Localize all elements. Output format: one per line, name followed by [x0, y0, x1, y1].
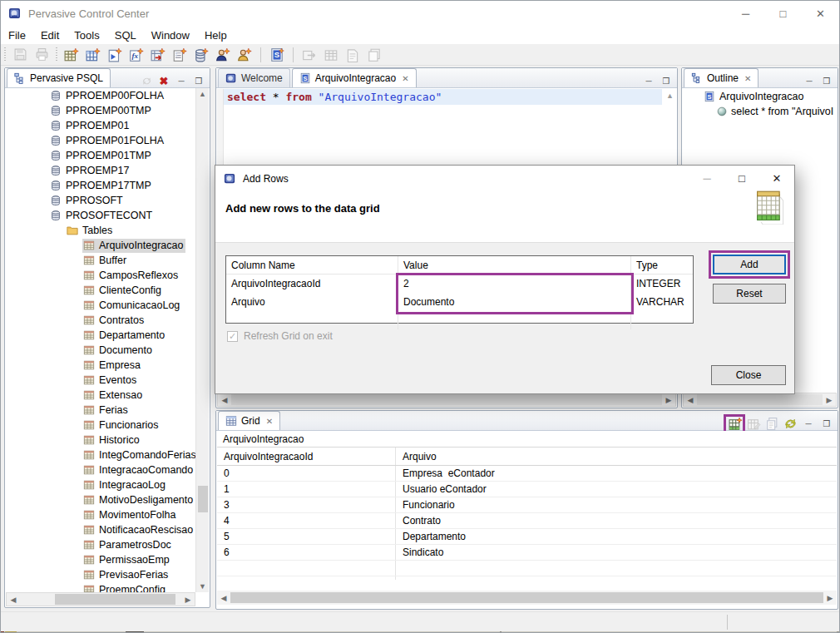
print-icon[interactable] — [31, 45, 52, 65]
new-function-icon[interactable]: fx — [126, 45, 147, 65]
tree-item-table[interactable]: IntegracaoLog — [6, 477, 195, 492]
tree-item-tables-folder[interactable]: Tables — [6, 223, 195, 238]
save-icon[interactable] — [9, 45, 31, 65]
scroll-up-arrow[interactable]: ▲ — [666, 91, 674, 100]
tree-item-database[interactable]: PPROEMP01TMP — [6, 148, 195, 163]
grid-row[interactable]: 5 Departamento — [217, 529, 837, 545]
scroll-thumb[interactable] — [55, 594, 175, 605]
checkbox-checked-disabled[interactable]: ✓ — [227, 331, 238, 342]
tab-welcome[interactable]: Welcome — [218, 68, 290, 87]
maximize-panel-icon[interactable]: ❒ — [191, 74, 206, 87]
grid-cell[interactable]: 3 — [217, 499, 395, 511]
tree-item-table[interactable]: MovimentoFolha — [6, 507, 195, 522]
dialog-minimize-icon[interactable]: ─ — [689, 166, 724, 191]
scroll-thumb[interactable] — [697, 394, 823, 405]
tree-item-table[interactable]: Contratos — [6, 313, 195, 328]
scroll-up-arrow[interactable]: ▲ — [196, 90, 209, 98]
grid-header-cell[interactable]: Arquivo — [395, 448, 837, 465]
explorer-horizontal-scrollbar[interactable]: ◀ ▶ — [6, 592, 195, 606]
grid-cell[interactable]: Departamento — [395, 529, 837, 544]
menu-item[interactable]: File — [1, 27, 33, 44]
maximize-icon[interactable]: □ — [764, 1, 802, 26]
outline-child-item[interactable]: select * from "ArquivoI — [683, 104, 837, 119]
scroll-thumb[interactable] — [198, 486, 208, 512]
scroll-right-arrow[interactable]: ▶ — [662, 396, 675, 404]
tree-item-database[interactable]: PPROEMP01FOLHA — [6, 133, 195, 148]
dialog-maximize-icon[interactable]: □ — [724, 166, 759, 191]
maximize-panel-icon[interactable]: ❒ — [819, 417, 834, 430]
outline-root-item[interactable]: S ArquivoIntegracao — [683, 89, 837, 104]
close-tab-icon[interactable]: ✕ — [402, 74, 408, 83]
menu-item[interactable]: Window — [144, 27, 197, 44]
new-index-icon[interactable] — [169, 45, 190, 65]
scroll-thumb[interactable] — [231, 394, 662, 405]
grid-row[interactable]: 3 Funcionario — [217, 497, 837, 513]
grid-cell[interactable]: Contrato — [395, 513, 837, 528]
explorer-vertical-scrollbar[interactable]: ▲ ▼ — [195, 88, 209, 592]
close-tab-icon[interactable]: ✕ — [744, 74, 751, 83]
tree-item-table[interactable]: Documento — [6, 343, 195, 358]
scroll-right-arrow[interactable]: ▶ — [181, 596, 195, 604]
scroll-right-arrow[interactable]: ▶ — [823, 594, 837, 602]
minimize-panel-icon[interactable]: ─ — [641, 74, 656, 87]
grid-icon[interactable] — [320, 45, 342, 65]
sql-editor-icon[interactable]: S — [266, 45, 288, 65]
tree-item-table[interactable]: IntegComandoFerias — [6, 448, 195, 462]
tree-item-table[interactable]: ClienteConfig — [6, 283, 195, 298]
minimize-panel-icon[interactable]: ─ — [801, 417, 816, 430]
tree-item-table[interactable]: IntegracaoComando — [6, 462, 195, 477]
grid-cell[interactable]: 1 — [217, 483, 395, 495]
tree-item-table[interactable]: PrevisaoFerias — [6, 567, 195, 582]
scroll-right-arrow[interactable]: ▶ — [823, 396, 836, 404]
stop-connection-icon[interactable]: ✖ — [156, 74, 171, 87]
tree-item-table[interactable]: Extensao — [6, 388, 195, 403]
close-button[interactable]: Close — [711, 365, 786, 385]
grid-row[interactable]: 0 Empresa eContador — [217, 466, 837, 482]
tree-item-table[interactable]: Buffer — [6, 253, 195, 268]
tree-item-table[interactable]: Funcionarios — [6, 418, 195, 433]
menu-item[interactable]: Help — [197, 27, 235, 44]
dialog-close-icon[interactable]: ✕ — [759, 166, 794, 191]
grid-cell[interactable]: Usuario eContador — [395, 482, 837, 497]
grid-header-cell[interactable]: ArquivoIntegracaoId — [217, 451, 395, 462]
tree-item-table[interactable]: ComunicacaoLog — [6, 298, 195, 313]
reset-button[interactable]: Reset — [713, 284, 786, 304]
scroll-left-arrow[interactable]: ◀ — [7, 596, 20, 604]
grid-cell[interactable]: Sindicato — [395, 545, 837, 560]
tree-item-table[interactable]: ParametrosDoc — [6, 537, 195, 552]
editor-horizontal-scrollbar[interactable]: ◀ ▶ — [217, 393, 676, 407]
grid-horizontal-scrollbar[interactable]: ◀ ▶ — [217, 591, 837, 605]
close-tab-icon[interactable]: ✕ — [266, 417, 273, 426]
menu-item[interactable]: Tools — [67, 27, 106, 44]
scroll-left-arrow[interactable]: ◀ — [684, 396, 697, 404]
new-user-icon[interactable] — [212, 45, 234, 65]
tree-item-database[interactable]: PPROEMP00FOLHA — [6, 88, 195, 103]
copy-disabled-icon[interactable] — [764, 417, 779, 430]
minimize-panel-icon[interactable]: ─ — [802, 74, 817, 87]
tree-item-database[interactable]: PPROEMP00TMP — [6, 103, 195, 118]
tree-item-table[interactable]: Ferias — [6, 403, 195, 418]
new-procedure-icon[interactable] — [147, 45, 169, 65]
add-button[interactable]: Add — [713, 255, 786, 274]
grid-cell[interactable]: 4 — [217, 515, 395, 527]
scroll-left-arrow[interactable]: ◀ — [217, 594, 230, 602]
new-database-icon[interactable] — [190, 45, 212, 65]
minimize-icon[interactable]: ─ — [727, 1, 764, 26]
menu-item[interactable]: SQL — [107, 27, 144, 44]
tree-item-table[interactable]: PermissaoEmp — [6, 552, 195, 567]
new-table-icon[interactable] — [61, 45, 82, 65]
tree-item-table[interactable]: ArquivoIntegracao — [6, 238, 195, 253]
execute-icon[interactable] — [299, 45, 320, 65]
doc-icon[interactable] — [342, 45, 363, 65]
tree-item-table[interactable]: NotificacaoRescisao — [6, 522, 195, 537]
tree-item-database[interactable]: PPROSOFT — [6, 193, 195, 208]
new-script-icon[interactable] — [104, 45, 126, 65]
tree-item-table[interactable]: MotivoDesligamento — [6, 492, 195, 507]
tree-item-table[interactable]: Empresa — [6, 358, 195, 373]
tree-item-table[interactable]: ProempConfig — [6, 582, 195, 592]
tree-item-table[interactable]: CamposReflexos — [6, 268, 195, 283]
close-icon[interactable]: ✕ — [802, 1, 839, 26]
maximize-panel-icon[interactable]: ❒ — [819, 74, 834, 87]
tab-arquivointegracao[interactable]: S ArquivoIntegracao ✕ — [292, 68, 417, 87]
sql-editor-line[interactable]: select * from "ArquivoIntegracao" — [224, 89, 662, 105]
